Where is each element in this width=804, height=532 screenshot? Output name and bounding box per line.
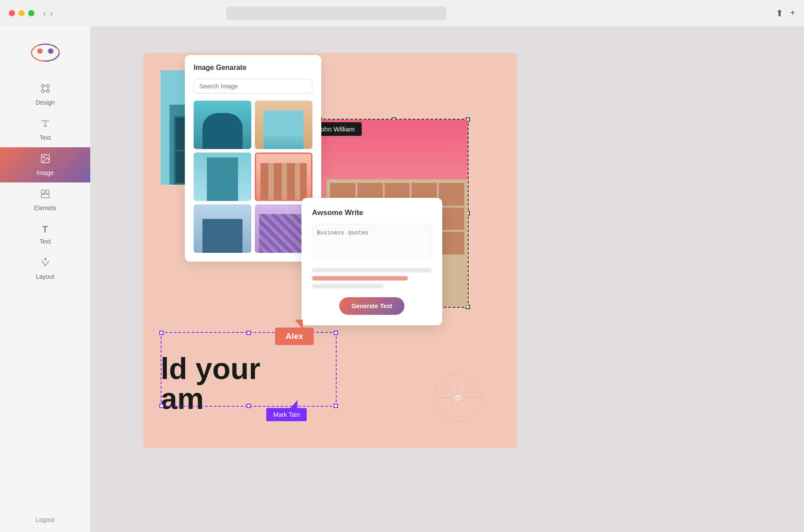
sidebar-item-design[interactable]: Design xyxy=(0,77,90,112)
nav-forward-button[interactable]: › xyxy=(50,9,53,18)
sidebar-item-text-label: Text xyxy=(40,134,51,141)
deco-circle xyxy=(433,374,482,422)
logo xyxy=(30,40,61,64)
mark-tain-cursor-icon xyxy=(290,400,297,408)
image-generate-panel: Image Genarate xyxy=(185,55,321,262)
svg-line-19 xyxy=(458,385,475,398)
panel-title: Image Genarate xyxy=(194,64,312,72)
image-thumb-3[interactable] xyxy=(194,153,251,201)
image-thumb-5[interactable] xyxy=(194,204,251,253)
url-bar[interactable] xyxy=(226,7,446,20)
ps-handle-bc[interactable] xyxy=(246,404,251,408)
image-icon xyxy=(40,153,51,167)
image-thumb-4[interactable] xyxy=(255,153,312,201)
aw-line-3 xyxy=(312,284,384,288)
aw-line-2 xyxy=(312,276,408,281)
nav-arrows: ‹ › xyxy=(43,9,53,18)
minimize-button[interactable] xyxy=(18,10,25,16)
svg-point-2 xyxy=(37,48,42,54)
add-icon[interactable]: + xyxy=(790,8,795,18)
ps-handle-tr[interactable] xyxy=(334,331,338,335)
svg-point-15 xyxy=(46,190,49,193)
svg-point-13 xyxy=(43,157,44,158)
search-input[interactable] xyxy=(199,83,307,90)
aw-line-1 xyxy=(312,268,432,273)
maximize-button[interactable] xyxy=(28,10,34,16)
awesome-write-textarea[interactable] xyxy=(312,224,432,259)
text-icon xyxy=(40,118,51,131)
sidebar-item-text[interactable]: Text xyxy=(0,112,90,147)
sidebar-item-image-label: Image xyxy=(37,169,54,176)
logout-button[interactable]: Logout xyxy=(36,507,55,532)
search-input-wrap[interactable] xyxy=(194,79,312,94)
text2-icon: T xyxy=(42,224,48,235)
alex-tooltip: Alex xyxy=(275,328,314,345)
layout-icon xyxy=(40,257,51,270)
alex-label: Alex xyxy=(275,328,314,345)
sidebar-item-image[interactable]: Image xyxy=(0,147,90,182)
sidebar-item-text2[interactable]: T Text xyxy=(0,218,90,251)
svg-point-9 xyxy=(41,90,44,92)
mark-tain-label: Mark Tain xyxy=(266,408,307,421)
main-layout: Design Text Image xyxy=(0,26,804,532)
svg-point-3 xyxy=(48,48,53,54)
design-icon xyxy=(40,83,51,96)
svg-point-10 xyxy=(47,90,49,92)
image-grid xyxy=(194,101,312,253)
svg-point-17 xyxy=(44,259,46,260)
svg-point-4 xyxy=(41,84,44,87)
ps-handle-bl[interactable] xyxy=(159,404,164,408)
svg-rect-14 xyxy=(41,190,45,193)
sidebar-item-text2-label: Text xyxy=(40,238,51,245)
traffic-lights xyxy=(9,10,34,16)
awesome-write-lines xyxy=(312,268,432,288)
generate-text-button[interactable]: Generate Text xyxy=(339,297,404,315)
canvas-area: ld your am xyxy=(90,26,804,532)
deco-circle-lines xyxy=(434,374,481,422)
image-thumb-1[interactable] xyxy=(194,101,251,149)
title-bar-right: ⬆ + xyxy=(776,8,795,18)
awesome-write-panel: Awsome Write Generate Text xyxy=(301,198,442,325)
mark-tain-tooltip: Mark Tain xyxy=(266,400,307,421)
title-bar: ‹ › ⬆ + xyxy=(0,0,804,26)
sidebar: Design Text Image xyxy=(0,26,90,532)
image-thumb-2[interactable] xyxy=(255,101,312,149)
share-icon[interactable]: ⬆ xyxy=(776,8,783,18)
svg-rect-16 xyxy=(41,194,49,198)
svg-line-23 xyxy=(441,398,458,411)
ps-handle-tc[interactable] xyxy=(246,331,251,335)
awesome-write-title: Awsome Write xyxy=(312,208,432,217)
sidebar-item-elements-label: Elemets xyxy=(34,204,56,211)
sidebar-item-layout-label: Layout xyxy=(36,273,54,280)
svg-point-5 xyxy=(47,84,49,87)
sidebar-item-elements[interactable]: Elemets xyxy=(0,182,90,218)
alex-cursor-icon xyxy=(295,320,303,329)
sidebar-item-design-label: Design xyxy=(36,99,55,106)
close-button[interactable] xyxy=(9,10,15,16)
ps-handle-tl[interactable] xyxy=(159,331,164,335)
svg-line-25 xyxy=(441,385,458,398)
svg-line-21 xyxy=(458,398,475,411)
sidebar-item-layout[interactable]: Layout xyxy=(0,251,90,286)
ps-handle-br[interactable] xyxy=(334,404,338,408)
nav-back-button[interactable]: ‹ xyxy=(43,9,46,18)
elements-icon xyxy=(40,189,51,202)
